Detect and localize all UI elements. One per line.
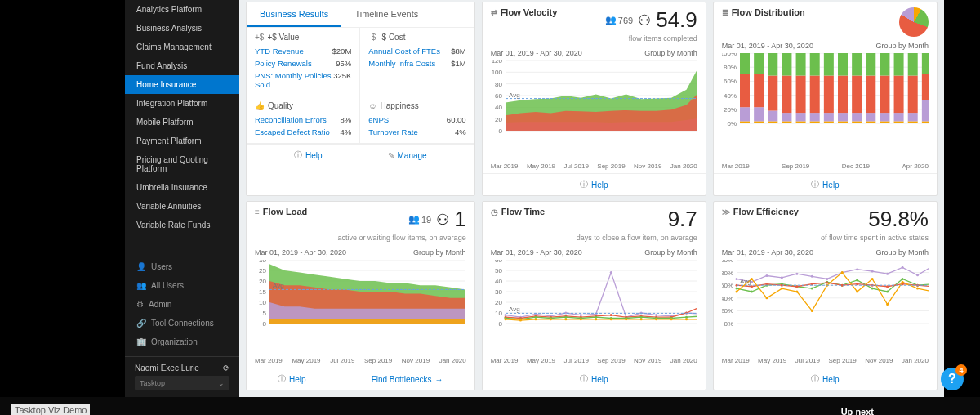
svg-rect-81 — [922, 100, 929, 122]
br-tabs: Business ResultsTimeline Events — [247, 2, 474, 28]
x-tick: Mar 2019 — [491, 357, 519, 364]
flow-velocity-title: Flow Velocity — [501, 7, 558, 17]
group-by[interactable]: Group by Month — [644, 49, 697, 57]
metric-value: 60.00 — [447, 115, 466, 124]
svg-point-229 — [781, 288, 783, 290]
sidebar-admin-all-users[interactable]: 👥All Users — [125, 276, 239, 295]
flow-distribution-title: Flow Distribution — [732, 7, 805, 17]
happiness-title: Happiness — [381, 101, 419, 110]
sidebar-item-integration-platform[interactable]: Integration Platform — [125, 94, 239, 113]
metric-label[interactable]: Reconciliation Errors — [255, 115, 327, 124]
svg-point-214 — [765, 283, 768, 285]
metric-label[interactable]: YTD Revenue — [255, 47, 304, 56]
sidebar-item-fund-analysis[interactable]: Fund Analysis — [125, 56, 239, 75]
svg-point-238 — [916, 288, 919, 290]
svg-rect-78 — [908, 76, 918, 114]
sidebar-admin-users[interactable]: 👤Users — [125, 257, 239, 276]
x-tick: Jul 2019 — [564, 357, 589, 364]
svg-rect-35 — [754, 53, 764, 74]
metric-label[interactable]: Monthly Infra Costs — [368, 59, 435, 68]
video-caption: Tasktop Viz Demo — [11, 404, 90, 415]
help-link[interactable]: ⓘHelp — [580, 373, 608, 385]
card-flow-distribution: ≣Flow Distribution Mar 01, 2019 - Apr 30… — [713, 2, 938, 196]
svg-point-236 — [886, 303, 889, 306]
help-icon: ⓘ — [278, 373, 286, 385]
group-by[interactable]: Group by Month — [875, 42, 929, 50]
help-link[interactable]: ⓘHelp — [278, 373, 306, 385]
sidebar-item-mobile-platform[interactable]: Mobile Platform — [125, 113, 239, 132]
svg-point-121 — [609, 271, 612, 274]
quality-title: Quality — [268, 101, 293, 110]
metric-value: 4% — [341, 127, 352, 136]
metric-label[interactable]: Escaped Defect Ratio — [255, 127, 330, 136]
tab-timeline-events[interactable]: Timeline Events — [341, 2, 431, 27]
x-tick: Apr 2020 — [902, 163, 928, 170]
svg-rect-46 — [795, 76, 805, 114]
svg-point-194 — [886, 273, 889, 275]
sidebar-admin-organization[interactable]: 🏢Organization — [125, 332, 239, 351]
refresh-icon[interactable]: ⟳ — [223, 364, 229, 373]
sidebar-item-umbrella-insurance[interactable]: Umbrella Insurance — [125, 178, 239, 197]
svg-rect-56 — [838, 121, 848, 123]
metric-label[interactable]: Turnover Rate — [368, 127, 417, 136]
card-flow-time: ◷Flow Time 9.7 days to close a flow item… — [482, 201, 706, 390]
manage-link[interactable]: ✎Manage — [388, 149, 427, 161]
value-title: +$ Value — [267, 33, 299, 42]
find-bottlenecks-link[interactable]: Find Bottlenecks→ — [372, 373, 443, 385]
br-grid: +$+$ Value YTD Revenue$20MPolicy Renewal… — [247, 28, 474, 144]
svg-point-151 — [639, 316, 642, 319]
help-link[interactable]: ⓘHelp — [580, 179, 608, 190]
svg-rect-55 — [824, 53, 834, 76]
help-link[interactable]: ⓘHelp — [811, 373, 840, 385]
svg-point-157 — [519, 319, 522, 322]
person-icon: ⚇ — [436, 211, 449, 229]
help-badge[interactable]: ? 4 — [941, 368, 964, 390]
svg-text:10: 10 — [259, 299, 266, 306]
metric-label[interactable]: Annual Cost of FTEs — [368, 47, 440, 56]
svg-text:100%: 100% — [722, 260, 733, 264]
card-flow-velocity: ⇄Flow Velocity 👥769 ⚇ 54.9 flow items co… — [482, 2, 706, 196]
help-icon: ⓘ — [811, 373, 819, 385]
svg-point-193 — [871, 270, 873, 273]
svg-text:20: 20 — [495, 299, 502, 306]
svg-text:40%: 40% — [724, 92, 737, 100]
metric-label[interactable]: Policy Renewals — [255, 59, 312, 68]
svg-rect-29 — [740, 107, 750, 121]
svg-text:Avg: Avg — [273, 282, 284, 289]
group-by[interactable]: Group by Month — [644, 248, 697, 257]
sidebar-item-home-insurance[interactable]: Home Insurance — [125, 75, 239, 94]
svg-point-231 — [811, 310, 813, 312]
group-by[interactable]: Group by Month — [875, 248, 929, 257]
svg-point-119 — [579, 314, 581, 316]
card-flow-load: ≡Flow Load 👥19 ⚇ 1 active or waiting flo… — [246, 201, 475, 390]
group-by[interactable]: Group by Month — [413, 248, 466, 257]
svg-rect-41 — [782, 113, 791, 121]
svg-point-213 — [751, 285, 753, 288]
metric-label[interactable]: eNPS — [368, 115, 389, 124]
help-icon: ⓘ — [580, 373, 588, 385]
sidebar-item-claims-management[interactable]: Claims Management — [125, 38, 239, 56]
svg-rect-64 — [866, 121, 875, 123]
metric-label[interactable]: PNS: Monthly Policies Sold — [255, 71, 333, 89]
cost-title: -$ Cost — [379, 33, 405, 42]
svg-text:60: 60 — [495, 92, 502, 100]
svg-point-156 — [504, 318, 506, 320]
help-link[interactable]: ⓘHelp — [811, 179, 840, 190]
tab-business-results[interactable]: Business Results — [247, 2, 341, 27]
sidebar-item-business-analysis[interactable]: Business Analysis — [125, 19, 239, 38]
sidebar-item-variable-rate-funds[interactable]: Variable Rate Funds — [125, 216, 239, 234]
x-tick: May 2019 — [527, 357, 555, 364]
help-link[interactable]: ⓘHelp — [294, 149, 323, 161]
svg-rect-38 — [768, 76, 777, 111]
nav-icon: 🔗 — [136, 319, 146, 328]
sidebar-admin-tool-connections[interactable]: 🔗Tool Connections — [125, 314, 239, 332]
x-tick: Mar 2019 — [722, 163, 750, 170]
sidebar-item-pricing-and-quoting-platform[interactable]: Pricing and Quoting Platform — [125, 150, 239, 178]
sidebar-item-variable-annuities[interactable]: Variable Annuities — [125, 197, 239, 216]
sidebar-admin-admin[interactable]: ⚙Admin — [125, 295, 239, 314]
sidebar-item-payment-platform[interactable]: Payment Platform — [125, 132, 239, 150]
svg-rect-62 — [852, 76, 862, 114]
org-selector[interactable]: Tasktop ⌄ — [135, 376, 229, 390]
x-tick: Sep 2019 — [597, 163, 625, 170]
sidebar-item-analytics-platform[interactable]: Analytics Platform — [125, 0, 239, 19]
